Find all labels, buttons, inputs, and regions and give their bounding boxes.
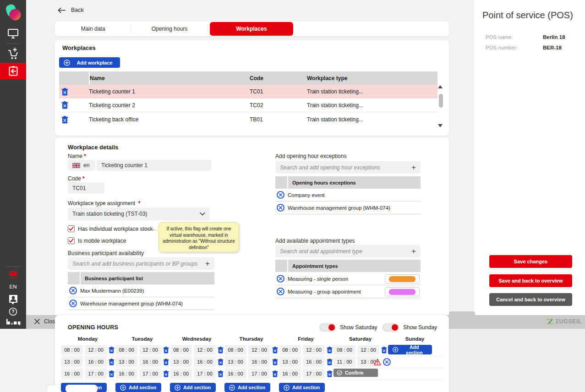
add-section-button-thursday[interactable]: Add section xyxy=(224,383,270,392)
delete-workplace-icon[interactable] xyxy=(61,116,68,124)
delete-section-icon[interactable] xyxy=(218,359,224,365)
time-to[interactable]: 12 : 00 xyxy=(194,345,216,355)
show-sunday-toggle[interactable] xyxy=(383,323,399,332)
exceptions-add-icon[interactable]: + xyxy=(411,163,416,172)
name-language-box[interactable]: en xyxy=(68,160,95,171)
confirm-button[interactable]: Confirm xyxy=(334,369,378,377)
time-to[interactable]: 12 : 00 xyxy=(303,345,325,355)
time-from[interactable]: 13 : 00 xyxy=(61,357,83,367)
delete-section-icon[interactable] xyxy=(163,347,169,354)
scroll-up-arrow[interactable] xyxy=(438,85,443,88)
delete-section-icon[interactable] xyxy=(327,347,333,354)
delete-section-icon[interactable] xyxy=(272,370,278,377)
remove-icon[interactable] xyxy=(69,287,77,294)
time-from[interactable]: 16 : 00 xyxy=(170,369,192,379)
remove-icon[interactable] xyxy=(69,299,77,307)
time-to[interactable]: 12 : 00 xyxy=(357,345,379,355)
tab-opening-hours[interactable]: Opening hours xyxy=(131,22,208,36)
tab-workplaces[interactable]: Workplaces xyxy=(210,22,293,36)
time-to[interactable]: 16 : 00 xyxy=(303,357,325,367)
table-row[interactable]: Ticketing back office TB01 Train station… xyxy=(59,113,437,126)
sidebar-item-active[interactable] xyxy=(0,63,26,79)
table-row-selected[interactable]: Ticketing counter 1 TC01 Train station t… xyxy=(59,85,437,98)
appointment-color-button[interactable] xyxy=(385,287,420,296)
time-to[interactable]: 17 : 00 xyxy=(139,369,161,379)
time-from[interactable]: 13 : 00 xyxy=(224,357,246,367)
delete-section-icon[interactable] xyxy=(381,347,387,354)
time-from[interactable]: 16 : 00 xyxy=(61,369,83,379)
time-to[interactable]: 12 : 00 xyxy=(248,345,270,355)
help-icon[interactable]: ? xyxy=(0,307,26,316)
delete-section-icon[interactable] xyxy=(109,359,115,365)
show-saturday-toggle[interactable] xyxy=(319,323,336,332)
name-input[interactable]: Ticketing counter 1 xyxy=(97,160,211,171)
delete-section-icon[interactable] xyxy=(272,359,278,365)
time-from[interactable]: 16 : 00 xyxy=(224,369,246,379)
language-switcher[interactable]: EN xyxy=(0,284,26,289)
remove-icon[interactable] xyxy=(277,191,284,199)
delete-section-icon[interactable] xyxy=(327,370,333,377)
delete-section-icon[interactable] xyxy=(218,370,224,377)
remove-icon[interactable] xyxy=(277,275,284,283)
time-to[interactable]: 16 : 00 xyxy=(194,357,216,367)
add-section-button-tuesday[interactable]: Add section xyxy=(115,383,161,392)
delete-workplace-icon[interactable] xyxy=(61,101,68,109)
time-from[interactable]: 08 : 00 xyxy=(61,345,83,355)
time-to[interactable]: 16 : 00 xyxy=(248,357,270,367)
is-mobile-checkbox[interactable] xyxy=(68,237,75,244)
tab-main-data[interactable]: Main data xyxy=(55,22,131,36)
bp-search-input[interactable]: Search and add business participants or … xyxy=(68,257,214,270)
scrollbar-thumb[interactable] xyxy=(439,94,443,108)
bp-add-icon[interactable]: + xyxy=(205,259,210,268)
time-to[interactable]: 17 : 00 xyxy=(85,369,107,379)
delete-section-icon[interactable] xyxy=(109,370,115,377)
time-from[interactable]: 16 : 00 xyxy=(279,369,301,379)
time-to[interactable]: 17 : 00 xyxy=(303,369,325,379)
cancel-back-button[interactable]: Cancel and back to overview xyxy=(489,293,572,306)
profile-icon[interactable] xyxy=(0,294,26,305)
time-from[interactable]: 13 : 00 xyxy=(170,357,192,367)
time-from[interactable]: 13 : 00 xyxy=(115,357,137,367)
add-section-button-sunday[interactable]: Add section xyxy=(388,345,432,354)
monitor-icon[interactable] xyxy=(0,28,26,39)
delete-section-icon[interactable] xyxy=(163,370,169,377)
table-row[interactable]: Ticketing counter 2 TC02 Train station t… xyxy=(59,98,437,112)
time-from[interactable]: 08 : 00 xyxy=(224,345,246,355)
code-input[interactable]: TC01 xyxy=(68,182,104,194)
business-participants-icon[interactable] xyxy=(0,270,26,279)
add-section-button-friday[interactable]: Add section xyxy=(279,383,325,392)
appointments-search-input[interactable]: Search and add appointment type+ xyxy=(275,245,421,257)
delete-workplace-icon[interactable] xyxy=(61,88,68,96)
workplace-type-select[interactable]: Train station ticketing (TST-03) xyxy=(68,207,210,220)
remove-icon[interactable] xyxy=(277,204,284,212)
remove-icon[interactable] xyxy=(277,288,284,295)
time-to[interactable]: 12 : 00 xyxy=(139,345,161,355)
time-from[interactable]: 11 : 00 xyxy=(334,357,355,367)
has-stock-checkbox[interactable] xyxy=(68,225,75,232)
save-changes-button[interactable]: Save changes xyxy=(489,255,572,268)
scroll-down-arrow[interactable] xyxy=(438,124,443,127)
remove-section-icon[interactable] xyxy=(383,358,391,366)
time-to[interactable]: 16 : 00 xyxy=(139,357,161,367)
add-section-button-wednesday[interactable]: Add section xyxy=(170,383,216,392)
time-to[interactable]: 16 : 00 xyxy=(85,357,107,367)
appointments-add-icon[interactable]: + xyxy=(411,247,416,256)
exceptions-search-input[interactable]: Search and add opening hour exceptions+ xyxy=(275,161,421,174)
time-from[interactable]: 16 : 00 xyxy=(115,369,137,379)
add-workplace-button[interactable]: Add workplace xyxy=(59,57,120,68)
back-button[interactable]: Back xyxy=(58,7,84,13)
time-from[interactable]: 08 : 00 xyxy=(115,345,137,355)
delete-section-icon[interactable] xyxy=(218,347,224,354)
time-from[interactable]: 13 : 00 xyxy=(279,357,301,367)
delete-section-icon[interactable] xyxy=(327,359,333,365)
appointment-color-button[interactable] xyxy=(385,274,420,283)
time-from[interactable]: 08 : 00 xyxy=(334,345,355,355)
add-cart-icon[interactable] xyxy=(0,47,26,60)
time-to[interactable]: 12 : 00 xyxy=(85,345,107,355)
delete-section-icon[interactable] xyxy=(272,347,278,354)
time-to[interactable]: 17 : 00 xyxy=(248,369,270,379)
close-button[interactable]: Close xyxy=(34,318,58,325)
delete-section-icon[interactable] xyxy=(109,347,115,354)
time-from[interactable]: 08 : 00 xyxy=(279,345,301,355)
save-back-button[interactable]: Save and back to overview xyxy=(489,274,572,287)
